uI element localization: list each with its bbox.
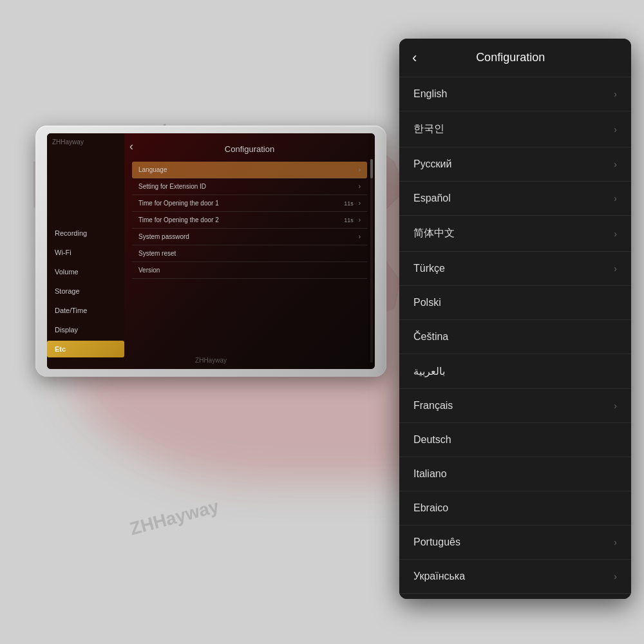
sidebar-item-display[interactable]: Display xyxy=(47,321,124,338)
tablet-menu-door1[interactable]: Time for Opening the door 1 11s › xyxy=(132,195,367,212)
language-item-0[interactable]: English › xyxy=(399,77,631,111)
language-item-6[interactable]: Polski › xyxy=(399,286,631,320)
language-name-9: Français xyxy=(413,400,453,412)
language-name-0: English xyxy=(413,88,447,100)
language-item-7[interactable]: Čeština › xyxy=(399,320,631,354)
language-item-3[interactable]: Español › xyxy=(399,182,631,216)
language-name-8: بالعربية xyxy=(413,365,445,377)
sidebar-item-storage[interactable]: Storage xyxy=(47,283,124,299)
language-name-10: Deutsch xyxy=(413,434,451,446)
language-name-7: Čeština xyxy=(413,331,448,343)
language-chevron-0: › xyxy=(614,89,617,99)
mobile-header: ‹ Configuration xyxy=(399,39,631,77)
language-name-6: Polski xyxy=(413,297,441,308)
language-chevron-9: › xyxy=(614,401,617,411)
tablet-config-title: Configuration xyxy=(132,143,367,154)
language-item-5[interactable]: Türkçe › xyxy=(399,252,631,286)
language-name-1: 한국인 xyxy=(413,122,444,136)
tablet-menu-door1-chevron: › xyxy=(359,200,361,207)
tablet-menu-door1-label: Time for Opening the door 1 xyxy=(138,200,219,207)
tablet-menu-language-chevron: › xyxy=(359,166,361,173)
tablet-menu-language[interactable]: Language › xyxy=(132,162,367,178)
language-item-10[interactable]: Deutsch › xyxy=(399,423,631,457)
language-item-8[interactable]: بالعربية › xyxy=(399,354,631,389)
device-screen: ZHHayway ZHHayway Recording Wi-Fi Volume… xyxy=(47,133,375,369)
language-chevron-13: › xyxy=(614,537,617,547)
tablet-menu-password[interactable]: System password › xyxy=(132,229,367,245)
language-item-11[interactable]: Italiano › xyxy=(399,457,631,491)
tablet-menu-door1-value: 11s › xyxy=(344,200,361,207)
language-chevron-14: › xyxy=(614,571,617,582)
language-name-13: Português xyxy=(413,536,460,548)
language-item-13[interactable]: Português › xyxy=(399,526,631,560)
screen-watermark-bottom: ZHHayway xyxy=(195,357,227,364)
language-name-3: Español xyxy=(413,193,451,204)
language-item-12[interactable]: Ebraico › xyxy=(399,491,631,526)
sidebar-item-etc[interactable]: Etc xyxy=(47,341,124,357)
tablet-menu-version-label: Version xyxy=(138,267,160,274)
language-chevron-3: › xyxy=(614,193,617,204)
mobile-back-button[interactable]: ‹ xyxy=(412,50,417,66)
screen-watermark-top: ZHHayway xyxy=(52,138,84,146)
tablet-menu-reset-label: System reset xyxy=(138,250,176,257)
tablet-back-button[interactable]: ‹ xyxy=(129,140,133,153)
tablet-menu-door2[interactable]: Time for Opening the door 2 11s › xyxy=(132,212,367,229)
tablet-menu-extension-label: Setting for Extension ID xyxy=(138,183,206,190)
language-name-4: 简体中文 xyxy=(413,227,455,240)
mobile-panel: ‹ Configuration English › 한국인 › Русский … xyxy=(399,39,631,599)
language-chevron-1: › xyxy=(614,124,617,135)
tablet-menu-language-label: Language xyxy=(138,166,167,173)
tablet-menu-extension-chevron: › xyxy=(359,183,361,190)
mobile-language-list: English › 한국인 › Русский › Español › 简体中文… xyxy=(399,77,631,599)
tablet-main: ‹ Configuration Language › Setting for E… xyxy=(124,133,375,369)
language-name-14: Українська xyxy=(413,571,465,582)
device-frame: ZHHayway ZHHayway Recording Wi-Fi Volume… xyxy=(35,126,386,377)
sidebar-item-datetime[interactable]: Date/Time xyxy=(47,302,124,319)
language-name-11: Italiano xyxy=(413,468,447,480)
language-chevron-2: › xyxy=(614,159,617,169)
mobile-config-title: Configuration xyxy=(424,51,596,64)
language-item-9[interactable]: Français › xyxy=(399,389,631,423)
tablet-menu-password-chevron: › xyxy=(359,233,361,240)
language-chevron-4: › xyxy=(614,229,617,239)
language-name-5: Türkçe xyxy=(413,263,445,274)
language-item-4[interactable]: 简体中文 › xyxy=(399,216,631,252)
tablet-scrollbar[interactable] xyxy=(370,159,373,363)
language-name-2: Русский xyxy=(413,158,451,170)
tablet-menu-password-label: System password xyxy=(138,233,189,240)
tablet-scrollbar-thumb xyxy=(370,159,373,178)
tablet-menu-version[interactable]: Version xyxy=(132,262,367,279)
tablet-menu-extension-id[interactable]: Setting for Extension ID › xyxy=(132,178,367,195)
sidebar-item-wifi[interactable]: Wi-Fi xyxy=(47,244,124,261)
language-item-2[interactable]: Русский › xyxy=(399,147,631,182)
tablet-menu-reset[interactable]: System reset xyxy=(132,245,367,262)
tablet-sidebar: Recording Wi-Fi Volume Storage Date/Time… xyxy=(47,133,124,369)
tablet-menu-door2-value: 11s › xyxy=(344,216,361,223)
sidebar-item-volume[interactable]: Volume xyxy=(47,263,124,280)
tablet-menu-door2-chevron: › xyxy=(359,216,361,223)
language-item-1[interactable]: 한국인 › xyxy=(399,111,631,147)
language-name-12: Ebraico xyxy=(413,502,448,514)
sidebar-item-recording[interactable]: Recording xyxy=(47,225,124,242)
language-item-14[interactable]: Українська › xyxy=(399,560,631,594)
tablet-menu-door2-label: Time for Opening the door 2 xyxy=(138,216,219,223)
language-chevron-5: › xyxy=(614,263,617,274)
